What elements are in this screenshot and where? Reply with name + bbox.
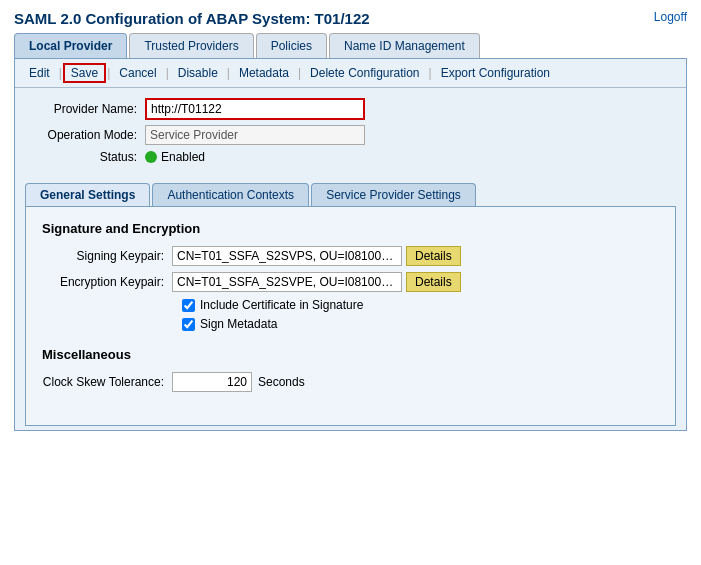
toolbar: Edit | Save | Cancel | Disable | Metadat… xyxy=(15,59,686,88)
clock-skew-label: Clock Skew Tolerance: xyxy=(42,375,172,389)
misc-section-title: Miscellaneous xyxy=(42,347,659,362)
signing-keypair-label: Signing Keypair: xyxy=(42,249,172,263)
edit-button[interactable]: Edit xyxy=(21,64,58,82)
content-area: Edit | Save | Cancel | Disable | Metadat… xyxy=(14,58,687,431)
operation-mode-field xyxy=(145,125,365,145)
encryption-keypair-row: Encryption Keypair: CN=T01_SSFA_S2SVPE, … xyxy=(42,272,659,292)
page-title: SAML 2.0 Configuration of ABAP System: T… xyxy=(14,10,687,27)
tab-general-settings[interactable]: General Settings xyxy=(25,183,150,206)
disable-button[interactable]: Disable xyxy=(170,64,226,82)
signing-keypair-value: CN=T01_SSFA_S2SVPS, OU=I0810001247, xyxy=(172,246,402,266)
signing-details-button[interactable]: Details xyxy=(406,246,461,266)
clock-skew-input[interactable] xyxy=(172,372,252,392)
logoff-link[interactable]: Logoff xyxy=(654,10,687,24)
encryption-keypair-label: Encryption Keypair: xyxy=(42,275,172,289)
include-cert-row: Include Certificate in Signature xyxy=(182,298,659,312)
status-dot xyxy=(145,151,157,163)
inner-tab-section: General Settings Authentication Contexts… xyxy=(25,183,676,426)
operation-mode-row: Operation Mode: xyxy=(35,125,666,145)
encryption-details-button[interactable]: Details xyxy=(406,272,461,292)
inner-content: Signature and Encryption Signing Keypair… xyxy=(25,206,676,426)
tab-trusted-providers[interactable]: Trusted Providers xyxy=(129,33,253,58)
sep-2: | xyxy=(107,66,110,80)
sign-metadata-row: Sign Metadata xyxy=(182,317,659,331)
cancel-button[interactable]: Cancel xyxy=(111,64,164,82)
signature-section-title: Signature and Encryption xyxy=(42,221,659,236)
sep-4: | xyxy=(227,66,230,80)
encryption-keypair-value: CN=T01_SSFA_S2SVPE, OU=I0810001247, xyxy=(172,272,402,292)
status-label: Status: xyxy=(35,150,145,164)
signing-keypair-row: Signing Keypair: CN=T01_SSFA_S2SVPS, OU=… xyxy=(42,246,659,266)
sep-6: | xyxy=(429,66,432,80)
top-tabs: Local Provider Trusted Providers Policie… xyxy=(14,33,687,58)
operation-mode-label: Operation Mode: xyxy=(35,128,145,142)
save-button[interactable]: Save xyxy=(63,63,106,83)
provider-name-row: Provider Name: xyxy=(35,98,666,120)
status-row: Status: Enabled xyxy=(35,150,666,164)
include-cert-checkbox[interactable] xyxy=(182,299,195,312)
tab-policies[interactable]: Policies xyxy=(256,33,327,58)
sep-3: | xyxy=(166,66,169,80)
tab-service-provider-settings[interactable]: Service Provider Settings xyxy=(311,183,476,206)
status-value: Enabled xyxy=(145,150,205,164)
main-container: SAML 2.0 Configuration of ABAP System: T… xyxy=(0,0,701,565)
include-cert-label: Include Certificate in Signature xyxy=(200,298,363,312)
sign-metadata-label: Sign Metadata xyxy=(200,317,277,331)
misc-section: Miscellaneous Clock Skew Tolerance: Seco… xyxy=(42,347,659,392)
export-config-button[interactable]: Export Configuration xyxy=(433,64,558,82)
form-area: Provider Name: Operation Mode: Status: E… xyxy=(15,88,686,175)
provider-name-input[interactable] xyxy=(145,98,365,120)
tab-name-id-management[interactable]: Name ID Management xyxy=(329,33,480,58)
tab-authentication-contexts[interactable]: Authentication Contexts xyxy=(152,183,309,206)
sep-1: | xyxy=(59,66,62,80)
clock-skew-row: Clock Skew Tolerance: Seconds xyxy=(42,372,659,392)
tab-local-provider[interactable]: Local Provider xyxy=(14,33,127,58)
sep-5: | xyxy=(298,66,301,80)
inner-tabs: General Settings Authentication Contexts… xyxy=(25,183,676,206)
status-text: Enabled xyxy=(161,150,205,164)
provider-name-label: Provider Name: xyxy=(35,102,145,116)
metadata-button[interactable]: Metadata xyxy=(231,64,297,82)
delete-config-button[interactable]: Delete Configuration xyxy=(302,64,427,82)
clock-skew-unit: Seconds xyxy=(258,375,305,389)
sign-metadata-checkbox[interactable] xyxy=(182,318,195,331)
